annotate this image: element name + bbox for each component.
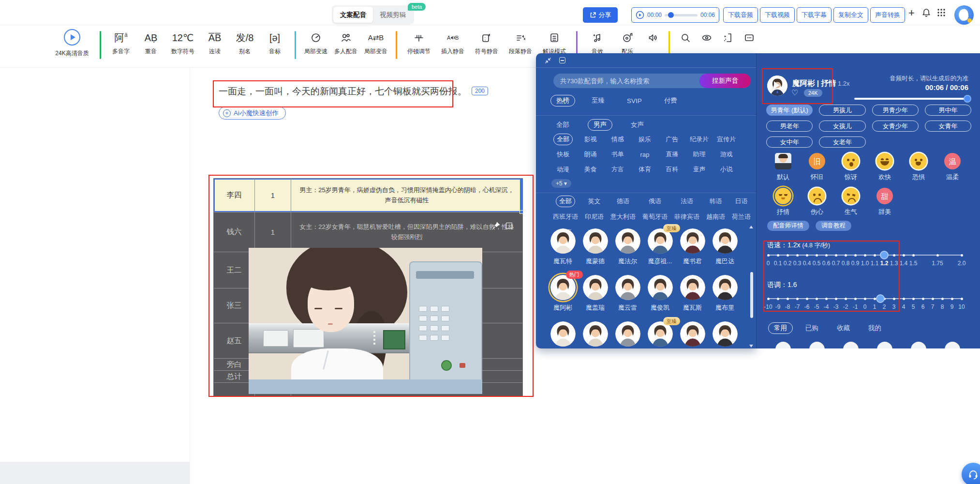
emotion-item[interactable]: 惊讶	[834, 153, 868, 188]
category-filter-item[interactable]: 助理	[690, 149, 709, 160]
voice-item[interactable]: 至臻 魔彦祖...	[644, 228, 676, 275]
voice-avatar[interactable]	[713, 228, 738, 254]
toolbar-number-symbol[interactable]: 12℃ 数字符号	[166, 30, 200, 56]
toolbar-polyphone[interactable]: 阿ā 多音字	[106, 30, 136, 56]
voice-avatar[interactable]	[615, 321, 640, 347]
table-row[interactable]: 李四 1 男主：25岁男青年，病娇虚伪自负，习惯用深情掩盖内心的阴暗，心机深沉，…	[214, 179, 522, 212]
speed-slider[interactable]: 0 0.1 0.2 0.3 0.4 0.	[768, 251, 962, 268]
player-progress-thumb[interactable]	[668, 12, 674, 18]
voice-avatar[interactable]	[583, 228, 608, 254]
quality-play-button[interactable]: 24K高清音质	[52, 29, 92, 58]
toolbar-preview[interactable]	[696, 30, 717, 45]
player-progress-track[interactable]	[665, 14, 698, 16]
style-pill[interactable]: 女老年	[819, 136, 865, 148]
toolbar-narration-mode[interactable]: 解说模式	[537, 30, 571, 56]
rank-tab[interactable]: 热榜	[550, 95, 575, 106]
category-filter-item[interactable]: rap	[637, 149, 653, 160]
scrollbar-thumb[interactable]	[750, 272, 753, 318]
style-pill[interactable]: 男青年 (默认)	[766, 105, 813, 116]
rank-tab[interactable]: 付费	[658, 95, 683, 106]
category-filter-item[interactable]: 书单	[608, 149, 627, 160]
toolbar-more[interactable]	[739, 30, 760, 45]
voice-item[interactable]	[676, 321, 709, 348]
bottom-tab[interactable]: 已购	[800, 322, 824, 334]
emotion-item[interactable]: 伤心	[800, 188, 834, 223]
voice-avatar[interactable]	[713, 321, 738, 347]
voice-item[interactable]: 热门 魔阿彬	[547, 275, 579, 321]
emotion-icon[interactable]	[843, 153, 859, 169]
category-filter-item[interactable]: 全部	[553, 134, 573, 145]
voice-play-icon[interactable]	[774, 81, 780, 89]
style-pill[interactable]: 男老年	[766, 121, 813, 132]
tab-text-dubbing[interactable]: 文案配音	[333, 7, 373, 23]
apps-grid-icon[interactable]	[936, 8, 946, 19]
row-name-cell[interactable]: 钱六	[214, 212, 255, 252]
toolbar-search[interactable]	[675, 30, 696, 45]
language-filter-item[interactable]: 菲律宾语	[671, 211, 703, 223]
collapse-icon[interactable]	[545, 57, 551, 66]
play-circle-icon[interactable]	[64, 29, 80, 45]
emotion-icon[interactable]	[775, 153, 791, 169]
row-name-cell[interactable]: 李四	[214, 179, 255, 212]
voice-avatar[interactable]	[680, 275, 705, 300]
language-filter-item[interactable]: 俄语	[645, 196, 665, 207]
favorite-heart-icon[interactable]: ♡	[791, 88, 798, 97]
more-categories-chip[interactable]: +5 ▾	[551, 179, 571, 188]
emotion-item[interactable]: 默认	[766, 153, 800, 188]
voice-detail-button[interactable]: 配音师详情	[767, 221, 809, 231]
voice-progress-thumb[interactable]	[964, 95, 971, 103]
voice-item[interactable]: 魔法尔	[611, 228, 644, 275]
toolbar-paragraph-silence[interactable]: 段落静音	[504, 30, 537, 56]
language-filter-item[interactable]: 日语	[732, 196, 751, 207]
pitch-slider-thumb[interactable]	[876, 294, 885, 303]
language-filter-item[interactable]: 葡萄牙语	[639, 211, 671, 223]
toolbar-bgm[interactable]: 配乐	[612, 30, 642, 56]
voice-avatar[interactable]	[680, 228, 705, 254]
category-filter-item[interactable]: 直播	[662, 149, 682, 160]
emotion-icon[interactable]	[876, 153, 893, 169]
table-row[interactable]: 钱六 1 女主：22岁女青年，聪慧机智爱吐槽，但因深陷男主的陷阱，难以自救，性格…	[214, 212, 522, 252]
bottom-tab[interactable]: 我的	[862, 322, 887, 334]
voice-avatar[interactable]	[713, 275, 738, 300]
row-desc-cell[interactable]: 女主：22岁女青年，聪慧机智爱吐槽，但因深陷男主的陷阱，难以自救，性格较倔强刚烈	[291, 212, 522, 252]
character-illustration[interactable]	[249, 248, 482, 394]
language-filter-item[interactable]: 意大利语	[607, 211, 639, 223]
voice-item[interactable]: 魔盖瑞	[579, 275, 611, 321]
create-voice-button[interactable]: 捏新声音	[699, 74, 751, 88]
category-filter-item[interactable]: 朗诵	[580, 149, 600, 160]
row-desc-cell[interactable]: 男主：25岁男青年，病娇虚伪自负，习惯用深情掩盖内心的阴暗，心机深沉，声音低沉有…	[291, 179, 522, 212]
language-filter-item[interactable]: 越南语	[703, 211, 728, 223]
topbar-action-button[interactable]: 声音转换	[870, 7, 905, 23]
emotion-icon[interactable]	[910, 153, 927, 169]
toolbar-pause-adjust[interactable]: 停顿调节	[402, 30, 436, 56]
category-filter-item[interactable]: 宣传片	[713, 134, 739, 145]
language-filter-item[interactable]: 德语	[613, 196, 633, 207]
emotion-icon[interactable]	[843, 188, 859, 204]
style-pill[interactable]: 男青少年	[872, 105, 919, 116]
category-filter-item[interactable]: 体育	[635, 164, 654, 175]
voice-item[interactable]: 魔巴达	[709, 228, 741, 275]
rank-tab[interactable]: SVIP	[621, 96, 648, 106]
language-filter-item[interactable]: 荷兰语	[728, 211, 754, 223]
customer-service-button[interactable]	[962, 463, 980, 484]
style-pill[interactable]: 男孩儿	[819, 105, 865, 116]
voice-item[interactable]: 魔布里	[709, 275, 741, 321]
category-filter-item[interactable]: 情感	[608, 134, 627, 145]
topbar-action-button[interactable]: 下载音频	[723, 7, 758, 23]
toolbar-alias[interactable]: 发/8 别名	[230, 30, 260, 56]
language-filter-item[interactable]: 全部	[556, 196, 575, 207]
voice-item[interactable]: 魔云雷	[611, 275, 644, 321]
category-filter-item[interactable]: 美食	[580, 164, 600, 175]
category-filter-item[interactable]: 童声	[690, 164, 709, 175]
emotion-item[interactable]: 欢快	[868, 153, 902, 188]
voice-item[interactable]: 魔蒙德	[579, 228, 611, 275]
style-pill[interactable]: 女青少年	[872, 121, 919, 132]
category-filter-item[interactable]: 快板	[553, 149, 573, 160]
category-filter-item[interactable]: 娱乐	[635, 134, 654, 145]
toolbar-stress[interactable]: AḄ 重音	[136, 30, 166, 56]
emotion-item[interactable]: 恐惧	[902, 153, 935, 188]
audio-player[interactable]: 00:00 00:06	[631, 7, 719, 23]
toolbar-local-speed[interactable]: 局部变速	[301, 30, 331, 56]
category-filter-item[interactable]: 百科	[662, 164, 682, 175]
voice-item[interactable]	[579, 321, 611, 348]
